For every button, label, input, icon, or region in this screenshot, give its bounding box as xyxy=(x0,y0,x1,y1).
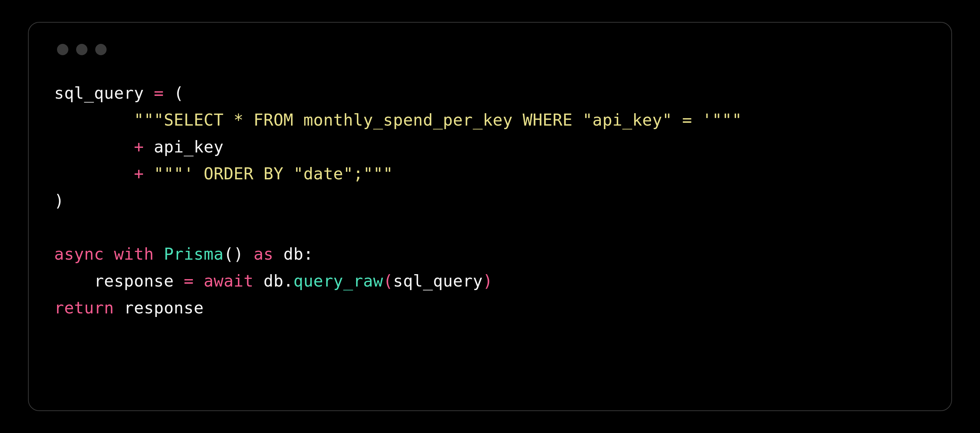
token-variable: db xyxy=(263,271,283,290)
token-keyword: async xyxy=(54,244,104,263)
token-variable: response xyxy=(94,271,184,290)
token-indent xyxy=(54,164,134,183)
token-space xyxy=(144,164,154,183)
token-operator: + xyxy=(134,137,144,156)
token-paren: ) xyxy=(54,191,64,210)
token-paren: ) xyxy=(483,271,493,290)
code-window: sql_query = ( """SELECT * FROM monthly_s… xyxy=(28,22,952,411)
token-space xyxy=(154,244,164,263)
token-paren: ( xyxy=(164,84,184,103)
token-method: query_raw xyxy=(293,271,383,290)
token-variable: sql_query xyxy=(54,84,154,103)
code-line-4: + """' ORDER BY "date";""" xyxy=(54,164,393,183)
token-keyword: with xyxy=(114,244,154,263)
token-space xyxy=(194,271,204,290)
token-keyword: await xyxy=(204,271,253,290)
token-operator: = xyxy=(154,84,164,103)
code-line-5: ) xyxy=(54,191,64,210)
token-paren: ( xyxy=(383,271,393,290)
token-variable: api_key xyxy=(144,137,223,156)
token-paren: () xyxy=(224,244,243,263)
token-indent xyxy=(54,271,94,290)
traffic-light-minimize-icon xyxy=(76,44,88,55)
token-operator: + xyxy=(134,164,144,183)
code-line-8: response = await db.query_raw(sql_query) xyxy=(54,271,493,290)
token-space xyxy=(243,244,253,263)
token-variable: db xyxy=(283,244,304,263)
traffic-light-close-icon xyxy=(57,44,68,55)
code-line-2: """SELECT * FROM monthly_spend_per_key W… xyxy=(54,110,742,130)
token-argument: sql_query xyxy=(393,271,482,290)
token-operator: = xyxy=(184,271,194,290)
code-line-7: async with Prisma() as db: xyxy=(54,244,313,263)
token-indent xyxy=(54,137,134,156)
code-block: sql_query = ( """SELECT * FROM monthly_s… xyxy=(54,80,926,322)
traffic-light-zoom-icon xyxy=(95,44,107,55)
token-string: """' ORDER BY "date";""" xyxy=(154,164,393,183)
window-traffic-lights xyxy=(57,44,926,55)
token-class: Prisma xyxy=(164,244,224,263)
token-keyword: return xyxy=(54,298,114,317)
token-space xyxy=(273,244,283,263)
token-space xyxy=(253,271,263,290)
token-indent xyxy=(54,110,134,130)
token-colon: : xyxy=(304,244,313,263)
token-keyword: as xyxy=(253,244,273,263)
token-variable: response xyxy=(124,298,204,317)
code-line-9: return response xyxy=(54,298,204,317)
token-space xyxy=(114,298,124,317)
token-dot: . xyxy=(283,271,293,290)
token-space xyxy=(104,244,114,263)
code-line-3: + api_key xyxy=(54,137,224,156)
token-string: """SELECT * FROM monthly_spend_per_key W… xyxy=(134,110,742,130)
code-line-1: sql_query = ( xyxy=(54,84,184,103)
